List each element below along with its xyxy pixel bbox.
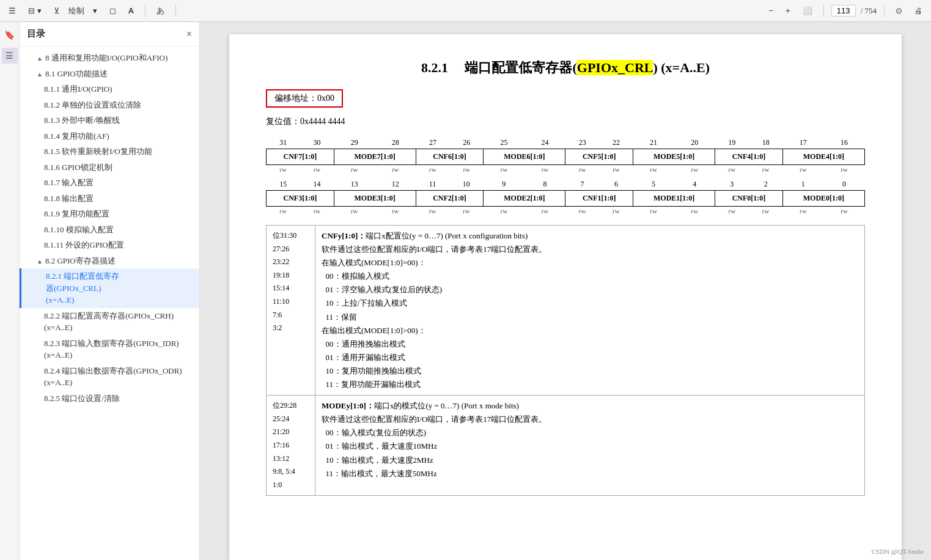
page-separator: / 754 [861,6,877,16]
bookmark-icon[interactable]: 🔖 [2,27,18,43]
toc-item-s822[interactable]: 8.2.2 端口配置高寄存器(GPIOx_CRH)(x=A..E) [20,308,199,336]
toc-item-s82[interactable]: ▲8.2 GPIO寄存器描述 [20,253,199,269]
toc-item-s813[interactable]: 8.1.3 外部中断/唤醒线 [20,112,199,128]
zoom-button[interactable]: ⊙ [892,5,906,17]
bit-6: 6 [599,179,633,191]
draw-arrow[interactable]: ▾ [89,5,101,17]
rw-l3: rw [375,207,416,216]
toc-item-s814[interactable]: 8.1.4 复用功能(AF) [20,128,199,144]
reg-table-low: 15 14 13 12 11 10 9 8 7 6 5 4 3 2 1 0 [266,179,865,215]
title-highlight: GPIOx_CRL [577,60,653,75]
separator2 [175,5,176,17]
field-cnf-name: CNFy[1:0]： [322,231,366,240]
bit-28: 28 [375,137,416,149]
separator4 [884,5,885,17]
bit-num-row-high: 31 30 29 28 27 26 25 24 23 22 21 20 19 1… [267,137,865,149]
fit-button[interactable]: ⬜ [799,5,816,17]
field-mode-title: 端口x的模式位(y = 0…7) (Port x mode bits) [374,401,519,410]
bit-27: 27 [416,137,449,149]
desc-row-mode: 位29:2825:2421:2017:1613:129:8, 5:41:0 MO… [267,396,865,496]
bit-5: 5 [633,179,674,191]
rw-l4: rw [416,207,449,216]
minus-button[interactable]: − [765,5,777,17]
toc-item-s812[interactable]: 8.1.2 单独的位设置或位清除 [20,97,199,113]
filter-button[interactable]: ⊻ [50,5,64,17]
field-mode-name: MODEy[1:0]： [322,401,374,410]
bit-17: 17 [782,137,823,149]
toc-item-s81[interactable]: ▲8.1 GPIO功能描述 [20,66,199,82]
rw-h6: rw [484,165,524,174]
mode6: MODE6[1:0] [484,149,565,165]
menu-icon[interactable]: ☰ [5,5,20,17]
bit-7: 7 [565,179,599,191]
bit-15: 15 [267,179,300,191]
text2-button[interactable]: あ [153,4,168,18]
toc-item-s823[interactable]: 8.2.3 端口输入数据寄存器(GPIOx_IDR)(x=A..E) [20,336,199,363]
bit-4: 4 [674,179,715,191]
bit-1: 1 [782,179,823,191]
rw-l1: rw [300,207,334,216]
desc-col-cnf: CNFy[1:0]：端口x配置位(y = 0…7) (Port x config… [315,226,865,396]
rw-h13: rw [749,165,782,174]
mode7: MODE7[1:0] [334,149,416,165]
plus-button[interactable]: + [782,5,794,17]
reg-cells-low-row: CNF3[1:0] MODE3[1:0] CNF2[1:0] MODE2[1:0… [267,191,865,207]
toc-item-s824[interactable]: 8.2.4 端口输出数据寄存器(GPIOx_ODR)(x=A..E) [20,363,199,391]
toc-item-s811[interactable]: 8.1.1 通用I/O(GPIO) [20,81,199,97]
rw-h8: rw [565,165,599,174]
title-prefix: 端口配置低寄存器( [465,60,576,75]
bit-20: 20 [674,137,715,149]
page-input[interactable] [831,5,856,17]
eraser-button[interactable]: ◻ [106,5,120,17]
desc-col-mode: MODEy[1:0]：端口x的模式位(y = 0…7) (Port x mode… [315,396,865,496]
rw-l11: rw [674,207,715,216]
rw-h14: rw [782,165,823,174]
sidebar-close[interactable]: × [186,29,192,40]
mode5: MODE5[1:0] [633,149,715,165]
bit-31: 31 [267,137,300,149]
reg-cells-high-row: CNF7[1:0] MODE7[1:0] CNF6[1:0] MODE6[1:0… [267,149,865,165]
bit-30: 30 [300,137,334,149]
reset-value: 复位值：0x4444 4444 [266,116,865,127]
main-area: 🔖 ☰ 目录 × ▲8 通用和复用功能I/O(GPIO和AFIO) ▲8.1 G… [0,22,931,560]
save-button[interactable]: ⊟ ▾ [24,5,45,17]
text-button[interactable]: A [125,5,138,17]
rw-l6: rw [484,207,524,216]
rw-l14: rw [782,207,823,216]
rw-l7: rw [524,207,565,216]
bit-10: 10 [449,179,484,191]
sidebar-left-icons: 🔖 ☰ [0,22,20,560]
bit-0: 0 [823,179,864,191]
cnf2: CNF2[1:0] [416,191,484,207]
rw-h11: rw [674,165,715,174]
rw-h1: rw [300,165,334,174]
toc-item-s816[interactable]: 8.1.6 GPIO锁定机制 [20,160,199,175]
rw-l10: rw [633,207,674,216]
rw-l0: rw [267,207,300,216]
cnf6: CNF6[1:0] [416,149,484,165]
bit-8: 8 [524,179,565,191]
rw-h4: rw [416,165,449,174]
toc-item-s8111[interactable]: 8.1.11 外设的GPIO配置 [20,237,199,253]
cnf5: CNF5[1:0] [565,149,633,165]
sidebar: 目录 × ▲8 通用和复用功能I/O(GPIO和AFIO) ▲8.1 GPIO功… [20,22,200,560]
field-cnf-title: 端口x配置位(y = 0…7) (Port x configuration bi… [366,231,528,240]
toc-item-s815[interactable]: 8.1.5 软件重新映射I/O复用功能 [20,144,199,160]
rw-h5: rw [450,165,484,174]
bit-13: 13 [334,179,375,191]
toc-item-s821[interactable]: 8.2.1 端口配置低寄存器(GPIOx_CRL)(x=A..E) [20,268,199,308]
toc-item-s817[interactable]: 8.1.7 输入配置 [20,175,199,191]
toc-item-s818[interactable]: 8.1.8 输出配置 [20,191,199,207]
cnf7: CNF7[1:0] [267,149,334,165]
separator1 [145,5,145,17]
toc-icon[interactable]: ☰ [2,48,18,64]
rw-l2: rw [334,207,375,216]
print-button[interactable]: 🖨 [911,5,926,17]
mode2: MODE2[1:0] [484,191,565,207]
toc-item-s819[interactable]: 8.1.9 复用功能配置 [20,206,199,222]
toc-item-s8110[interactable]: 8.1.10 模拟输入配置 [20,222,199,238]
bit-col-cnf: 位31:3027:2623:2219:1815:1411:107:63:2 [267,226,315,396]
toc-item-s825[interactable]: 8.2.5 端口位设置/清除 [20,391,199,407]
bit-12: 12 [375,179,416,191]
toc-item-s8[interactable]: ▲8 通用和复用功能I/O(GPIO和AFIO) [20,50,199,66]
